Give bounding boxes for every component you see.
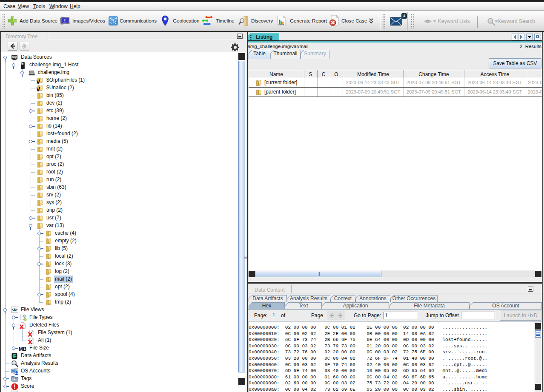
- svg-text:V: V: [37, 85, 40, 91]
- svg-text:V: V: [37, 78, 40, 84]
